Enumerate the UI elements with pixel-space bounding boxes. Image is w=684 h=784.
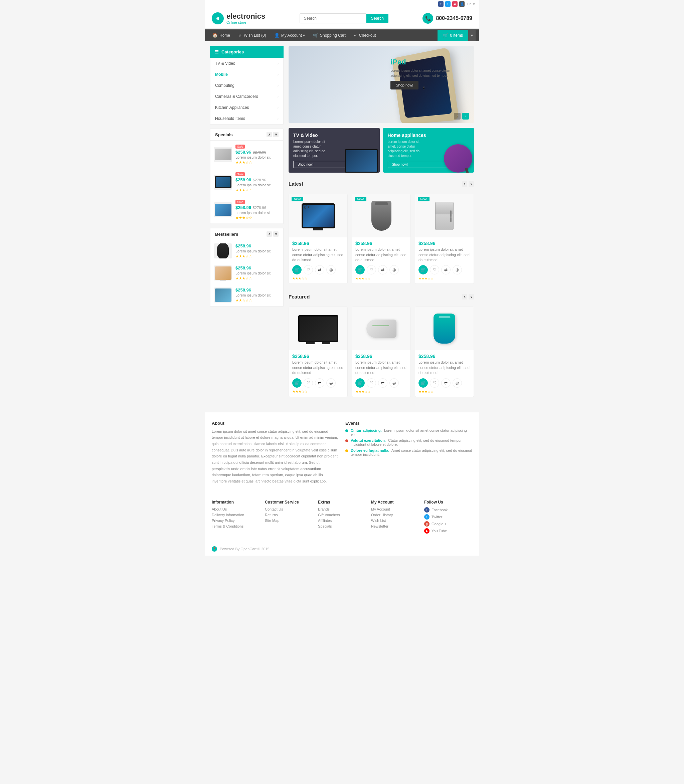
wishlist-1[interactable]: ♡ <box>303 265 313 274</box>
bestsellers-controls: ∧ ∨ <box>266 232 279 237</box>
quickview-3[interactable]: ◎ <box>453 265 462 274</box>
featured-comp-3[interactable]: ⇄ <box>441 378 450 388</box>
product-actions-2: 🛒 ♡ ⇄ ◎ <box>355 265 407 274</box>
featured-cart-3[interactable]: 🛒 <box>418 378 428 388</box>
specials-next[interactable]: ∨ <box>273 132 279 137</box>
cart-button[interactable]: 🛒 0 items <box>437 30 468 41</box>
footer-service-col: Customer Service Contact Us Returns Site… <box>265 500 313 535</box>
wishlist-3[interactable]: ♡ <box>430 265 439 274</box>
compare-2[interactable]: ⇄ <box>378 265 387 274</box>
add-to-cart-2[interactable]: 🛒 <box>355 265 365 274</box>
featured-wish-2[interactable]: ♡ <box>367 378 376 388</box>
featured-grid: $258.96 Lorem ipsum dolor sit amet conse… <box>289 306 474 397</box>
footer-newsletter[interactable]: Newsletter <box>371 524 419 528</box>
nav-wishlist[interactable]: ☆ Wish List (0) <box>234 29 270 41</box>
compare-3[interactable]: ⇄ <box>441 265 450 274</box>
tw-icon[interactable]: t <box>445 2 450 7</box>
footer-extras-title: Extras <box>318 500 366 504</box>
quickview-2[interactable]: ◎ <box>389 265 399 274</box>
cat-cameras[interactable]: Cameras & Camcorders › <box>210 91 283 102</box>
footer-brands[interactable]: Brands <box>318 507 366 511</box>
cat-kitchen[interactable]: Kitchen Appliances › <box>210 102 283 113</box>
specials-prev[interactable]: ∧ <box>266 132 272 137</box>
featured-wish-3[interactable]: ♡ <box>430 378 439 388</box>
bestseller-item-2: $258.96 Lorem ipsum dolor sit ★★★☆☆ <box>210 262 283 284</box>
footer-extras-col: Extras Brands Gift Vouchers Affiliates S… <box>318 500 366 535</box>
cat-computing[interactable]: Computing › <box>210 80 283 91</box>
featured-comp-2[interactable]: ⇄ <box>378 378 387 388</box>
footer-my-account[interactable]: My Account <box>371 507 419 511</box>
gp-footer-icon: g <box>424 521 429 526</box>
bestseller-text-3: Lorem ipsum dolor sit <box>236 293 280 297</box>
cat-kitchen-label: Kitchen Appliances <box>215 105 249 110</box>
footer-sitemap[interactable]: Site Map <box>265 518 313 523</box>
featured-actions-3: 🛒 ♡ ⇄ ◎ <box>418 378 470 388</box>
event-link-1[interactable]: Cmtur adipiscing. <box>351 428 382 432</box>
footer-about-us[interactable]: About Us <box>212 507 260 511</box>
lang-selector[interactable]: En ▼ <box>467 2 476 6</box>
cart-dropdown[interactable]: ▾ <box>468 30 476 41</box>
slider-next[interactable]: › <box>462 113 469 119</box>
footer-affiliates[interactable]: Affiliates <box>318 518 366 523</box>
featured-info-3: $258.96 Lorem ipsum dolor sit amet conse… <box>415 350 474 396</box>
quickview-1[interactable]: ◎ <box>326 265 336 274</box>
user-icon[interactable]: 👤 <box>459 2 465 7</box>
nav-home[interactable]: 🏠 Home <box>208 29 234 41</box>
featured-next[interactable]: ∨ <box>469 294 474 299</box>
featured-view-2[interactable]: ◎ <box>389 378 399 388</box>
footer-privacy[interactable]: Privacy Policy <box>212 518 260 523</box>
latest-next[interactable]: ∨ <box>469 181 474 187</box>
bestseller-text-1: Lorem ipsum dolor sit <box>236 249 280 253</box>
bestsellers-next[interactable]: ∨ <box>273 232 279 237</box>
wishlist-2[interactable]: ♡ <box>367 265 376 274</box>
bestseller-img-3 <box>214 288 232 303</box>
featured-comp-1[interactable]: ⇄ <box>315 378 324 388</box>
footer-terms[interactable]: Terms & Conditions <box>212 524 260 528</box>
add-to-cart-3[interactable]: 🛒 <box>418 265 428 274</box>
footer-facebook[interactable]: f Facebook <box>424 507 472 512</box>
slider-prev[interactable]: ‹ <box>454 113 461 119</box>
hero-btn[interactable]: Shop now! <box>390 81 418 90</box>
featured-cart-2[interactable]: 🛒 <box>355 378 365 388</box>
featured-view-1[interactable]: ◎ <box>326 378 336 388</box>
fb-label: Facebook <box>431 508 447 512</box>
footer-contact[interactable]: Contact Us <box>265 507 313 511</box>
footer-specials[interactable]: Specials <box>318 524 366 528</box>
event-link-2[interactable]: Volutut exercitation. <box>351 438 386 443</box>
promo-app-title: Home appliances <box>388 132 469 138</box>
search-button[interactable]: Search <box>366 14 389 23</box>
featured-prev[interactable]: ∧ <box>462 294 467 299</box>
cat-mobile[interactable]: Mobile › <box>210 69 283 80</box>
footer-twitter[interactable]: t Twitter <box>424 514 472 520</box>
add-to-cart-1[interactable]: 🛒 <box>292 265 302 274</box>
latest-product-2: New! $258.96 Lorem ipsum dolor sit amet … <box>352 194 411 284</box>
cat-tv[interactable]: TV & Video › <box>210 58 283 69</box>
cat-household[interactable]: Household Items › <box>210 113 283 124</box>
bestsellers-prev[interactable]: ∧ <box>266 232 272 237</box>
footer-google[interactable]: g Google + <box>424 521 472 526</box>
footer-youtube[interactable]: ▶ You Tube <box>424 528 472 534</box>
ig-icon[interactable]: ◉ <box>452 2 458 7</box>
footer-returns[interactable]: Returns <box>265 513 313 517</box>
footer-delivery[interactable]: Delivery information <box>212 513 260 517</box>
promo-tv-text: Lorem ipsum dolor sit amet, conse ctatur… <box>293 140 333 158</box>
latest-prev[interactable]: ∧ <box>462 181 467 187</box>
fb-icon[interactable]: f <box>438 2 444 7</box>
footer-order-history[interactable]: Order History <box>371 513 419 517</box>
nav-myaccount[interactable]: 👤 My Account ▾ <box>270 29 309 41</box>
compare-1[interactable]: ⇄ <box>315 265 324 274</box>
footer-wishlist[interactable]: Wish List <box>371 518 419 523</box>
product-actions-3: 🛒 ♡ ⇄ ◎ <box>418 265 470 274</box>
specials-section: Specials ∧ ∨ Sale $258.96$278.96 Lorem i… <box>210 129 284 224</box>
featured-wish-1[interactable]: ♡ <box>303 378 313 388</box>
search-input[interactable] <box>300 13 366 23</box>
nav-cart[interactable]: 🛒 Shopping Cart <box>309 29 350 41</box>
event-link-3[interactable]: Dolore eu fugiat nulla. <box>351 448 389 452</box>
events-title: Events <box>345 421 472 426</box>
featured-cart-1[interactable]: 🛒 <box>292 378 302 388</box>
featured-view-3[interactable]: ◎ <box>453 378 462 388</box>
nav-checkout[interactable]: ✓ Checkout <box>350 29 380 41</box>
logo[interactable]: e electronics Online store <box>212 12 265 24</box>
footer-vouchers[interactable]: Gift Vouchers <box>318 513 366 517</box>
product-stars-3: ★★★☆☆ <box>418 277 470 280</box>
